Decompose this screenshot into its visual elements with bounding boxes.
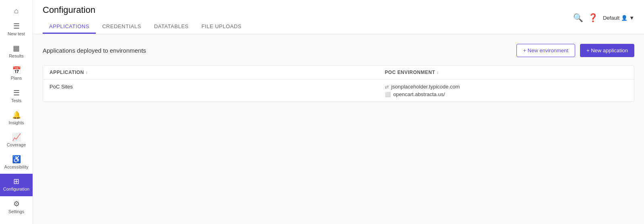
sidebar: ⌂ ☰ New test ▦ Results 📅 Plans ☰ Tests 🔔… [0, 0, 33, 224]
plans-icon: 📅 [12, 67, 21, 74]
search-icon[interactable]: 🔍 [573, 13, 583, 23]
sidebar-item-label-configuration: Configuration [3, 187, 29, 192]
topbar: Configuration APPLICATIONS CREDENTIALS D… [33, 0, 644, 34]
sidebar-item-label-plans: Plans [11, 76, 22, 81]
sidebar-item-plans[interactable]: 📅 Plans [0, 63, 33, 85]
user-label: Default [603, 15, 619, 21]
tab-file-uploads[interactable]: FILE UPLOADS [195, 20, 248, 34]
table-body: PoC Sites⇄jsonplaceholder.typicode.com⬜o… [43, 80, 634, 101]
table-row: PoC Sites⇄jsonplaceholder.typicode.com⬜o… [43, 80, 634, 101]
tests-icon: ☰ [13, 89, 20, 97]
applications-table: Application ↕ PoC Environment ↕ PoC Site… [43, 65, 634, 102]
settings-icon: ⚙ [13, 200, 20, 208]
tab-applications[interactable]: APPLICATIONS [43, 20, 96, 34]
table-header: Application ↕ PoC Environment ↕ [43, 66, 634, 80]
new-environment-button[interactable]: + New environment [516, 44, 575, 57]
column-label-environment: PoC Environment [385, 70, 435, 75]
env-item: ⬜opencart.abstracta.us/ [385, 91, 627, 97]
sort-icon-application[interactable]: ↕ [86, 70, 88, 75]
sidebar-item-accessibility[interactable]: ♿ Accessibility [0, 152, 33, 174]
content-header: Applications deployed to environments + … [43, 44, 634, 57]
sidebar-item-new-test[interactable]: ☰ New test [0, 18, 33, 41]
sidebar-item-tests[interactable]: ☰ Tests [0, 85, 33, 107]
sidebar-item-label-new-test: New test [8, 31, 25, 37]
sidebar-item-label-insights: Insights [9, 120, 24, 125]
coverage-icon: 📈 [12, 134, 21, 141]
sidebar-item-results[interactable]: ▦ Results [0, 41, 33, 63]
insights-icon: 🔔 [12, 111, 21, 119]
new-test-icon: ☰ [13, 23, 20, 30]
user-menu[interactable]: Default 👤 ▼ [603, 15, 634, 21]
api-icon: ⇄ [385, 84, 389, 90]
configuration-icon: ⊞ [13, 178, 19, 185]
results-icon: ▦ [13, 45, 20, 52]
env-url: opencart.abstracta.us/ [393, 91, 445, 97]
main-content: Configuration APPLICATIONS CREDENTIALS D… [33, 0, 644, 224]
chevron-down-icon: ▼ [629, 15, 634, 21]
sort-icon-environment[interactable]: ↕ [437, 70, 439, 75]
tab-credentials[interactable]: CREDENTIALS [96, 20, 148, 34]
sidebar-item-configuration[interactable]: ⊞ Configuration [0, 174, 33, 196]
section-title: Applications deployed to environments [43, 47, 146, 54]
sidebar-item-settings[interactable]: ⚙ Settings [0, 196, 33, 218]
sidebar-item-label-tests: Tests [11, 98, 22, 103]
topbar-left: Configuration APPLICATIONS CREDENTIALS D… [43, 5, 248, 34]
cell-application: PoC Sites [50, 84, 385, 90]
sidebar-item-label-results: Results [9, 53, 24, 59]
column-header-environment: PoC Environment ↕ [385, 70, 627, 75]
sidebar-item-label-coverage: Coverage [7, 142, 26, 148]
cell-environment: ⇄jsonplaceholder.typicode.com⬜opencart.a… [385, 84, 627, 97]
home-icon: ⌂ [14, 7, 19, 14]
tab-bar: APPLICATIONS CREDENTIALS DATATABLES FILE… [43, 20, 248, 34]
sidebar-item-home[interactable]: ⌂ [0, 3, 33, 18]
column-header-application: Application ↕ [50, 70, 385, 75]
sidebar-item-coverage[interactable]: 📈 Coverage [0, 129, 33, 152]
page-title: Configuration [43, 5, 248, 15]
sidebar-item-insights[interactable]: 🔔 Insights [0, 107, 33, 129]
sidebar-item-label-settings: Settings [8, 209, 25, 214]
env-url: jsonplaceholder.typicode.com [391, 84, 460, 90]
header-actions: + New environment + New application [516, 44, 634, 57]
topbar-right: 🔍 ❓ Default 👤 ▼ [573, 13, 634, 26]
content-area: Applications deployed to environments + … [33, 34, 644, 224]
column-label-application: Application [50, 70, 84, 75]
web-icon: ⬜ [385, 92, 391, 97]
accessibility-icon: ♿ [12, 156, 21, 163]
help-icon[interactable]: ❓ [588, 13, 598, 23]
tab-datatables[interactable]: DATATABLES [148, 20, 195, 34]
user-avatar-icon: 👤 [621, 15, 627, 21]
new-application-button[interactable]: + New application [580, 44, 634, 57]
sidebar-item-label-accessibility: Accessibility [4, 164, 29, 170]
env-item: ⇄jsonplaceholder.typicode.com [385, 84, 627, 90]
